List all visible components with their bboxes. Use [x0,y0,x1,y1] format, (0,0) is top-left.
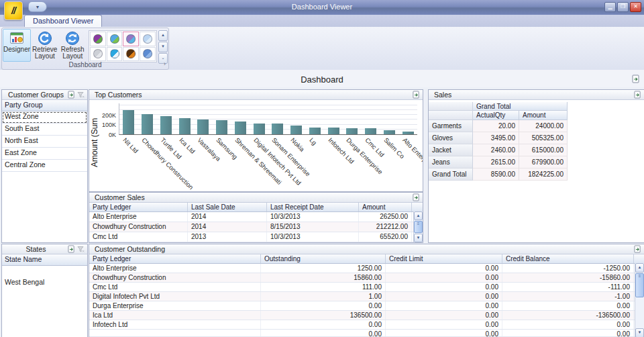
dashboard-export-icon[interactable] [632,75,640,83]
group-dialog-launcher-icon[interactable]: › [164,60,166,67]
retrieve-layout-button[interactable]: Retrieve Layout [31,29,58,62]
column-header[interactable]: Party Group [2,100,87,111]
bar[interactable] [235,122,246,134]
column-header[interactable]: Party Ledger [89,203,188,211]
theme-swatch-light-blue-pie[interactable] [140,32,156,46]
export-icon[interactable] [634,245,641,253]
cell: 0.00 [386,273,502,282]
states-list: West Bengal [2,266,87,289]
list-item[interactable]: Central Zone [2,160,87,172]
list-item[interactable]: North East [2,136,87,148]
bar[interactable] [365,128,376,134]
restore-button[interactable]: ❐ [617,2,629,12]
table-row[interactable] [89,242,423,243]
bar[interactable] [328,128,339,134]
pivot-row[interactable]: Jeans2615.00679900.00 [429,156,644,168]
bar[interactable] [402,132,414,134]
designer-button[interactable]: Designer [3,29,31,62]
column-header[interactable]: Amount [519,111,568,120]
filter-icon[interactable] [77,91,85,99]
bar[interactable] [179,118,191,134]
theme-swatch-blue-ball[interactable] [140,47,156,62]
customer-outstanding-panel: Customer Outstanding Party LedgerOutstan… [89,244,644,337]
column-header[interactable]: Outstanding [261,254,386,263]
table-row[interactable]: Infotech Ltd0.000.000.00 [89,320,644,330]
tab-dashboard-viewer[interactable]: Dashboard Viewer [24,15,102,28]
column-header[interactable]: ActualQty [473,111,519,120]
table-row[interactable]: Durga Enterprise0.000.000.00 [89,301,644,311]
blue-white-pie-icon [110,49,119,58]
quick-access-dropdown[interactable]: ▼ [28,1,47,12]
column-header[interactable]: Credit Limit [386,254,502,263]
bar[interactable] [142,114,153,135]
pivot-spanning-header[interactable]: Grand Total [473,102,568,111]
ribbon: Designer Retrieve Layout Refresh Layout … [0,27,644,70]
gallery-scroll-up-icon[interactable]: ▲ [158,30,168,41]
theme-swatch-blue-white-pie[interactable] [107,47,123,62]
theme-swatch-purple-green-pie[interactable] [90,32,106,46]
list-item[interactable]: South East [2,124,87,136]
table-row[interactable]: Alto Enterprise1250.000.00-1250.00 [89,264,644,273]
scroll-up-icon[interactable]: ▲ [635,263,644,273]
scroll-up-icon[interactable]: ▲ [414,211,423,220]
scroll-thumb[interactable]: ≡ [414,221,423,232]
column-header[interactable]: Last Sale Date [188,203,267,211]
list-item[interactable] [2,266,87,277]
column-header[interactable]: Amount [359,203,412,211]
bar[interactable] [384,130,395,134]
scroll-track[interactable] [635,298,644,328]
scroll-down-icon[interactable]: ▼ [635,328,644,337]
designer-label: Designer [3,46,30,53]
export-icon[interactable] [413,91,420,99]
vertical-scrollbar[interactable]: ▲ ≡ ▼ [413,211,423,242]
filter-icon[interactable] [77,246,85,253]
bar[interactable] [197,119,209,134]
column-header[interactable]: Credit Balance [502,254,634,263]
scroll-down-icon[interactable]: ▼ [414,234,423,242]
cell: -1250.00 [502,264,634,273]
table-row[interactable]: Digital Infotech Pvt Ltd1.000.00-1.00 [89,292,644,301]
pivot-row[interactable]: Garments20.0024000.00 [429,120,644,132]
export-icon[interactable] [634,91,641,99]
bar[interactable] [160,116,172,134]
table-row[interactable]: Chowdhury Construction15860.000.00-15860… [89,273,644,283]
bar[interactable] [290,126,302,134]
table-row[interactable]: Ica Ltd136500.000.00-136500.00 [89,311,644,320]
app-logo-icon[interactable]: // [4,1,23,20]
refresh-layout-button[interactable]: Refresh Layout [58,29,86,62]
theme-swatch-gray-pie[interactable] [90,47,106,62]
table-row[interactable]: Chowdhury Construction20148/15/201321221… [89,222,423,232]
table-row[interactable]: Cmc Ltd111.000.00-111.00 [89,283,644,292]
pivot-row[interactable]: Grand Total8590.001824225.00 [429,168,644,181]
column-header[interactable]: Party Ledger [89,254,261,263]
table-row[interactable]: Alto Enterprise201410/3/201326250.00 [89,212,423,222]
export-icon[interactable] [413,193,420,201]
scroll-thumb[interactable]: ≡ [635,273,644,297]
column-header[interactable]: State Name [2,254,87,266]
gallery-scroll-down-icon[interactable]: ▼ [158,42,168,52]
theme-swatch-blue-green-pie[interactable] [107,32,123,46]
bar[interactable] [346,128,358,134]
pivot-row[interactable]: Jacket2460.00615000.00 [429,144,644,156]
minimize-button[interactable]: ▁ [604,2,616,12]
theme-swatch-brown-orange-pie[interactable] [123,47,139,62]
cell: 505325.00 [519,132,568,144]
vertical-scrollbar[interactable]: ▲ ≡ ▼ [635,263,644,337]
close-button[interactable]: ✕ [630,2,641,12]
bar[interactable] [254,124,265,134]
bar[interactable] [309,128,321,134]
theme-swatch-purple-blue-pie[interactable] [123,32,139,46]
table-row[interactable]: 0.000.000.00 [89,330,644,337]
bar[interactable] [216,120,227,134]
cell: 136500.00 [261,311,386,320]
list-item[interactable]: West Bengal [2,277,87,289]
pivot-row[interactable]: Gloves3495.00505325.00 [429,132,644,144]
blue-ball-icon [143,49,152,58]
table-row[interactable]: Cmc Ltd201310/3/201365520.00 [89,232,423,242]
cell: 0.00 [386,311,502,320]
bar[interactable] [272,124,283,134]
bar[interactable] [123,110,134,134]
list-item[interactable]: West Zone [2,111,87,124]
list-item[interactable]: East Zone [2,148,87,160]
column-header[interactable]: Last Receipt Date [267,203,359,211]
